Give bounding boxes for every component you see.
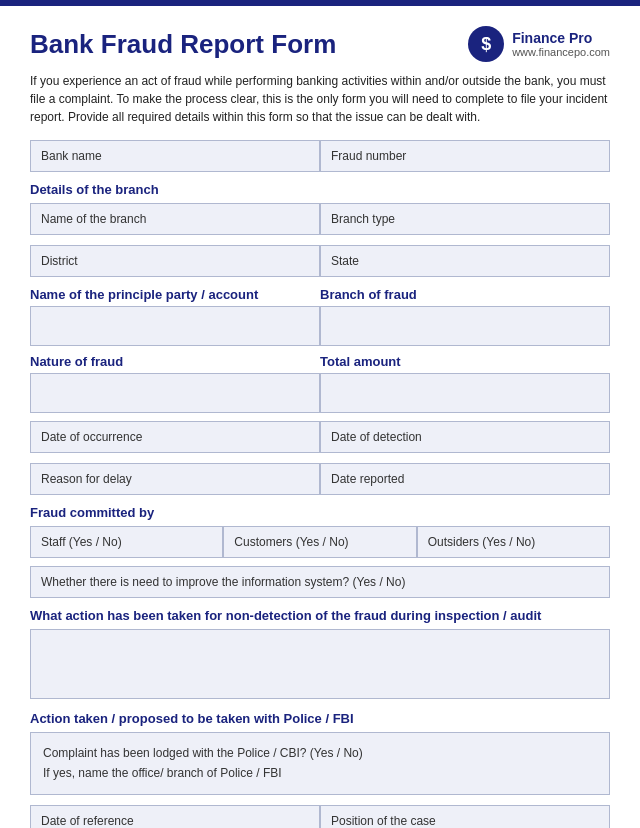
police-section-label: Action taken / proposed to be taken with…: [30, 711, 610, 726]
total-amount-field[interactable]: [320, 373, 610, 413]
bank-name-field[interactable]: Bank name: [30, 140, 320, 172]
staff-field[interactable]: Staff (Yes / No): [30, 526, 223, 558]
party-fraud-labels: Name of the principle party / account Br…: [30, 287, 610, 302]
date-of-detection-field[interactable]: Date of detection: [320, 421, 610, 453]
district-state-row: District State: [30, 245, 610, 277]
nature-of-fraud-field[interactable]: [30, 373, 320, 413]
page-title: Bank Fraud Report Form: [30, 29, 336, 60]
branch-section-label: Details of the branch: [30, 182, 610, 197]
fraud-number-field[interactable]: Fraud number: [320, 140, 610, 172]
police-box[interactable]: Complaint has been lodged with the Polic…: [30, 732, 610, 795]
reason-for-delay-field[interactable]: Reason for delay: [30, 463, 320, 495]
fraud-committed-label: Fraud committed by: [30, 505, 610, 520]
branch-of-fraud-field[interactable]: [320, 306, 610, 346]
intro-text: If you experience an act of fraud while …: [30, 72, 610, 126]
party-fraud-fields: [30, 306, 610, 346]
principle-party-field[interactable]: [30, 306, 320, 346]
nature-of-fraud-label: Nature of fraud: [30, 354, 320, 369]
date-of-occurrence-field[interactable]: Date of occurrence: [30, 421, 320, 453]
brand: $ Finance Pro www.financepo.com: [468, 26, 610, 62]
nature-total-fields: [30, 373, 610, 413]
customers-field[interactable]: Customers (Yes / No): [223, 526, 416, 558]
reason-datereported-row: Reason for delay Date reported: [30, 463, 610, 495]
brand-url: www.financepo.com: [512, 46, 610, 58]
branch-name-type-row: Name of the branch Branch type: [30, 203, 610, 235]
branch-type-field[interactable]: Branch type: [320, 203, 610, 235]
action-area[interactable]: [30, 629, 610, 699]
header-row: Bank Fraud Report Form $ Finance Pro www…: [30, 26, 610, 62]
nature-total-labels: Nature of fraud Total amount: [30, 354, 610, 369]
district-field[interactable]: District: [30, 245, 320, 277]
branch-of-fraud-label: Branch of fraud: [320, 287, 610, 302]
date-occurrence-detection-row: Date of occurrence Date of detection: [30, 421, 610, 453]
date-reported-field[interactable]: Date reported: [320, 463, 610, 495]
date-reference-field[interactable]: Date of reference: [30, 805, 320, 828]
top-fields-row: Bank name Fraud number: [30, 140, 610, 172]
total-amount-label: Total amount: [320, 354, 610, 369]
police-line1: Complaint has been lodged with the Polic…: [43, 743, 597, 763]
name-of-branch-field[interactable]: Name of the branch: [30, 203, 320, 235]
brand-text: Finance Pro www.financepo.com: [512, 30, 610, 58]
state-field[interactable]: State: [320, 245, 610, 277]
info-system-box[interactable]: Whether there is need to improve the inf…: [30, 566, 610, 598]
police-line2: If yes, name the office/ branch of Polic…: [43, 763, 597, 783]
brand-icon: $: [468, 26, 504, 62]
date-reference-position-row: Date of reference Position of the case: [30, 805, 610, 828]
brand-name: Finance Pro: [512, 30, 610, 46]
action-section-label: What action has been taken for non-detec…: [30, 608, 610, 623]
outsiders-field[interactable]: Outsiders (Yes / No): [417, 526, 610, 558]
fraud-committed-row: Staff (Yes / No) Customers (Yes / No) Ou…: [30, 526, 610, 558]
position-of-case-field[interactable]: Position of the case: [320, 805, 610, 828]
principle-party-label: Name of the principle party / account: [30, 287, 320, 302]
